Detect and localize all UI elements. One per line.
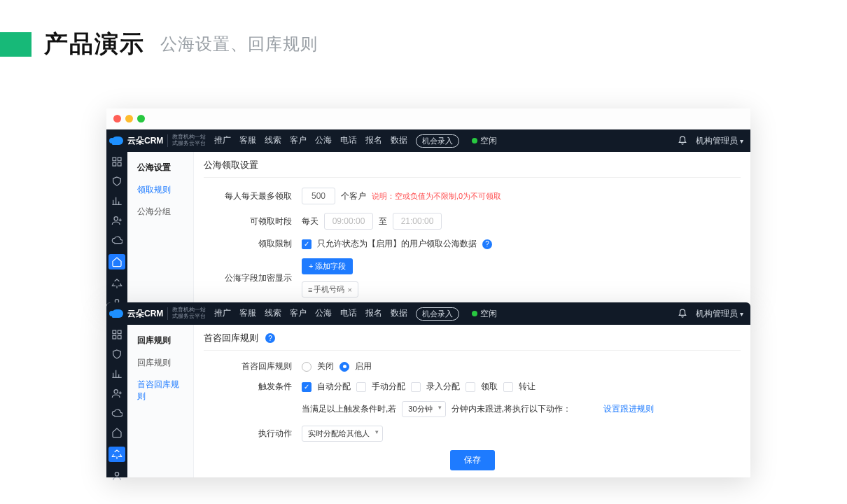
add-field-button[interactable]: + 添加字段 <box>302 258 353 274</box>
cb-entry[interactable] <box>411 382 421 392</box>
side-claim-rules[interactable]: 领取规则 <box>127 179 193 201</box>
user-menu[interactable]: 机构管理员 ▾ <box>696 308 743 320</box>
svg-point-4 <box>114 217 118 220</box>
duration-select[interactable]: 30分钟 <box>402 401 445 417</box>
set-followup-link[interactable]: 设置跟进规则 <box>603 403 654 415</box>
status-text: 空闲 <box>480 135 497 147</box>
nav-service[interactable]: 客服 <box>239 307 256 321</box>
rail-dashboard-icon[interactable] <box>111 156 123 167</box>
nav-pool[interactable]: 公海 <box>315 307 332 321</box>
window-pool-settings: 云朵CRM 教育机构一站式服务云平台 推广 客服 线索 客户 公海 电话 报名 … <box>106 108 750 304</box>
status-indicator-icon <box>472 138 477 144</box>
rail-chart-icon[interactable] <box>111 195 123 206</box>
row-trigger: 触发条件 自动分配 手动分配 录入分配 领取 转让 <box>204 381 741 393</box>
nav-leads[interactable]: 线索 <box>265 134 281 148</box>
icon-rail <box>106 325 127 477</box>
window-controls <box>106 108 750 130</box>
side-return-rules[interactable]: 回库规则 <box>127 352 193 374</box>
cb-claim[interactable] <box>465 382 475 392</box>
side-pool-groups[interactable]: 公海分组 <box>127 201 193 223</box>
cb-auto[interactable] <box>302 382 312 392</box>
user-menu[interactable]: 机构管理员 ▾ <box>696 135 743 147</box>
nav-data[interactable]: 数据 <box>391 134 407 148</box>
content-header-2: 首咨回库规则 ? <box>204 332 741 351</box>
row-rule-toggle: 首咨回库规则 关闭 启用 <box>204 360 741 372</box>
nav-phone[interactable]: 电话 <box>340 134 357 148</box>
window-return-rules: 云朵CRM 教育机构一站式服务云平台 推广 客服 线索 客户 公海 电话 报名 … <box>106 302 750 477</box>
nav-customer[interactable]: 客户 <box>290 307 307 321</box>
row-mask-fields: 公海字段加密显示 + 添加字段 ≡手机号码 × <box>204 258 741 298</box>
side-first-consult-rules[interactable]: 首咨回库规则 <box>127 374 193 407</box>
page-subtitle: 公海设置、回库规则 <box>160 33 318 55</box>
rail-recycle-icon[interactable] <box>111 278 123 289</box>
rail-dashboard-icon[interactable] <box>111 329 123 340</box>
svg-rect-8 <box>113 335 116 339</box>
rail-cloud-icon[interactable] <box>111 234 123 246</box>
nav-leads[interactable]: 线索 <box>265 307 281 321</box>
rail-shield-icon[interactable] <box>111 349 123 360</box>
time-from-input[interactable] <box>324 213 373 230</box>
nav-opportunity-entry[interactable]: 机会录入 <box>416 134 459 148</box>
nav-service[interactable]: 客服 <box>239 134 256 148</box>
nav-signup[interactable]: 报名 <box>365 307 382 321</box>
page-title-row: 产品演示 公海设置、回库规则 <box>0 0 847 60</box>
restrict-checkbox[interactable] <box>302 239 312 249</box>
top-nav: 云朵CRM 教育机构一站式服务云平台 推广 客服 线索 客户 公海 电话 报名 … <box>106 130 750 152</box>
action-select[interactable]: 实时分配给其他人 <box>302 426 383 442</box>
remove-tag-icon[interactable]: × <box>347 286 351 294</box>
radio-on[interactable] <box>340 362 349 372</box>
rail-user-icon[interactable] <box>111 215 123 226</box>
cb-manual[interactable] <box>356 382 366 392</box>
bell-icon[interactable] <box>678 309 687 318</box>
bell-icon[interactable] <box>678 136 687 146</box>
accent-block <box>0 32 31 57</box>
rail-home-icon[interactable] <box>108 254 125 270</box>
cloud-icon <box>112 309 123 318</box>
rail-cloud-icon[interactable] <box>111 407 123 419</box>
svg-rect-1 <box>118 158 121 161</box>
help-icon[interactable]: ? <box>265 333 275 343</box>
svg-rect-9 <box>118 335 121 339</box>
svg-rect-2 <box>113 162 116 166</box>
svg-rect-0 <box>113 158 116 161</box>
row-time-range: 可领取时段 每天 至 <box>204 213 741 230</box>
minimize-icon[interactable] <box>125 115 133 122</box>
rail-shield-icon[interactable] <box>111 176 123 187</box>
time-to-input[interactable] <box>393 213 442 230</box>
nav-promote[interactable]: 推广 <box>214 307 231 321</box>
cb-transfer[interactable] <box>503 382 513 392</box>
brand[interactable]: 云朵CRM 教育机构一站式服务云平台 <box>112 134 206 147</box>
nav-customer[interactable]: 客户 <box>290 134 307 148</box>
row-condition: 当满足以上触发条件时,若 30分钟 分钟内未跟进,将执行以下动作： 设置跟进规则 <box>204 401 741 417</box>
top-nav-2: 云朵CRM 教育机构一站式服务云平台 推广 客服 线索 客户 公海 电话 报名 … <box>106 302 750 325</box>
icon-rail <box>106 152 127 304</box>
nav-items: 推广 客服 线索 客户 公海 电话 报名 数据 机会录入 <box>214 134 459 148</box>
svg-point-11 <box>115 472 118 476</box>
help-icon[interactable]: ? <box>482 239 492 249</box>
status-indicator-icon <box>472 311 477 316</box>
nav-opportunity-entry[interactable]: 机会录入 <box>416 307 459 321</box>
nav-signup[interactable]: 报名 <box>365 134 382 148</box>
brand[interactable]: 云朵CRM 教育机构一站式服务云平台 <box>112 307 206 320</box>
unit-label: 个客户 <box>341 190 366 202</box>
side-title: 公海设置 <box>127 159 193 179</box>
close-icon[interactable] <box>113 115 121 122</box>
svg-point-10 <box>114 390 118 393</box>
radio-off[interactable] <box>302 362 312 372</box>
nav-pool[interactable]: 公海 <box>315 134 332 148</box>
rail-recycle-icon[interactable] <box>108 447 125 462</box>
nav-promote[interactable]: 推广 <box>214 134 231 148</box>
maximize-icon[interactable] <box>137 115 145 122</box>
daily-limit-input[interactable] <box>302 188 335 204</box>
rail-person-icon[interactable] <box>111 470 123 482</box>
nav-phone[interactable]: 电话 <box>340 307 357 321</box>
row-restrict: 领取限制 只允许状态为【启用】的用户领取公海数据 ? <box>204 238 741 250</box>
rail-chart-icon[interactable] <box>111 368 123 379</box>
save-button[interactable]: 保存 <box>450 450 495 470</box>
nav-data[interactable]: 数据 <box>391 307 407 321</box>
mask-tag-phone[interactable]: ≡手机号码 × <box>302 281 358 298</box>
rail-home-icon[interactable] <box>111 427 123 438</box>
rail-user-icon[interactable] <box>111 388 123 399</box>
content-header: 公海领取设置 <box>204 159 741 178</box>
cloud-icon <box>112 136 123 145</box>
